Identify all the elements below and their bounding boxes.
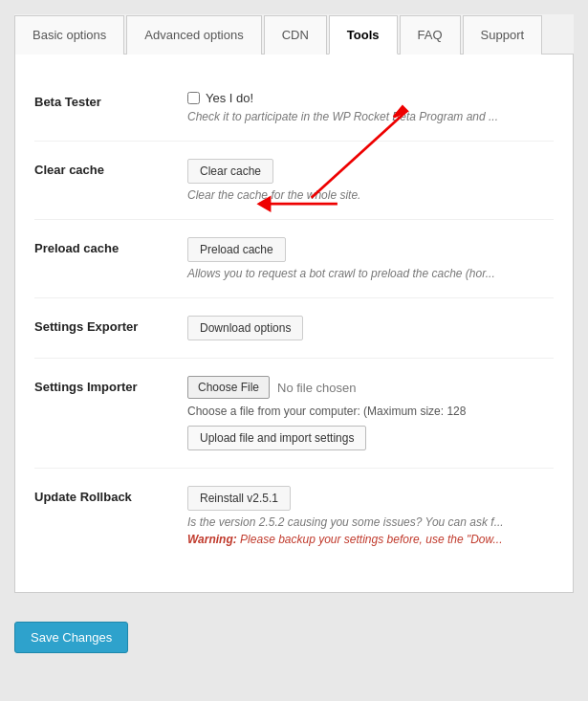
- row-content-update-rollback: Reinstall v2.5.1Is the version 2.5.2 cau…: [187, 486, 554, 546]
- row-label-settings-exporter: Settings Exporter: [34, 316, 187, 334]
- row-content-preload-cache: Preload cacheAllows you to request a bot…: [187, 237, 554, 280]
- tab-support[interactable]: Support: [463, 15, 543, 55]
- beta-tester-label: Yes I do!: [206, 91, 253, 105]
- row-update-rollback: Update RollbackReinstall v2.5.1Is the ve…: [34, 469, 554, 563]
- row-settings-importer: Settings ImporterChoose FileNo file chos…: [34, 359, 554, 469]
- save-changes-button[interactable]: Save Changes: [14, 622, 128, 653]
- beta-tester-checkbox[interactable]: [187, 92, 200, 104]
- file-description: Choose a file from your computer: (Maxim…: [187, 405, 554, 418]
- tab-tools[interactable]: Tools: [329, 15, 398, 55]
- button-preload-cache[interactable]: Preload cache: [187, 237, 286, 262]
- row-label-preload-cache: Preload cache: [34, 237, 187, 255]
- save-bar: Save Changes: [0, 607, 588, 668]
- panel-wrapper: Beta TesterYes I do!Check it to particip…: [14, 55, 574, 593]
- row-content-settings-importer: Choose FileNo file chosenChoose a file f…: [187, 376, 554, 450]
- choose-file-button[interactable]: Choose File: [187, 376, 270, 399]
- button-clear-cache[interactable]: Clear cache: [187, 159, 273, 184]
- row-label-beta-tester: Beta Tester: [34, 91, 187, 109]
- tabs-bar: Basic optionsAdvanced optionsCDNToolsFAQ…: [14, 14, 574, 55]
- row-content-beta-tester: Yes I do!Check it to participate in the …: [187, 91, 554, 123]
- button-update-rollback[interactable]: Reinstall v2.5.1: [187, 486, 291, 511]
- row-label-update-rollback: Update Rollback: [34, 486, 187, 504]
- row-content-clear-cache: Clear cacheClear the cache for the whole…: [187, 159, 554, 202]
- beta-tester-description: Check it to participate in the WP Rocket…: [187, 110, 554, 123]
- beta-tester-row: Yes I do!: [187, 91, 554, 105]
- row-label-clear-cache: Clear cache: [34, 159, 187, 177]
- row-clear-cache: Clear cacheClear cacheClear the cache fo…: [34, 142, 554, 220]
- file-row: Choose FileNo file chosen: [187, 376, 554, 399]
- row-settings-exporter: Settings ExporterDownload options: [34, 298, 554, 359]
- row-preload-cache: Preload cachePreload cacheAllows you to …: [34, 220, 554, 298]
- panel-content: Beta TesterYes I do!Check it to particip…: [14, 55, 574, 593]
- tab-basic-options[interactable]: Basic options: [14, 15, 124, 55]
- warning-update-rollback: Warning: Please backup your settings bef…: [187, 533, 554, 546]
- upload-file-button[interactable]: Upload file and import settings: [187, 426, 366, 450]
- tab-cdn[interactable]: CDN: [264, 15, 327, 55]
- tab-faq[interactable]: FAQ: [400, 15, 461, 55]
- tab-advanced-options[interactable]: Advanced options: [126, 15, 261, 55]
- row-label-settings-importer: Settings Importer: [34, 376, 187, 394]
- no-file-text: No file chosen: [277, 381, 356, 395]
- description-preload-cache: Allows you to request a bot crawl to pre…: [187, 267, 554, 280]
- row-beta-tester: Beta TesterYes I do!Check it to particip…: [34, 74, 554, 142]
- row-content-settings-exporter: Download options: [187, 316, 554, 340]
- description-update-rollback: Is the version 2.5.2 causing you some is…: [187, 515, 554, 529]
- button-settings-exporter[interactable]: Download options: [187, 316, 303, 340]
- description-clear-cache: Clear the cache for the whole site.: [187, 188, 554, 202]
